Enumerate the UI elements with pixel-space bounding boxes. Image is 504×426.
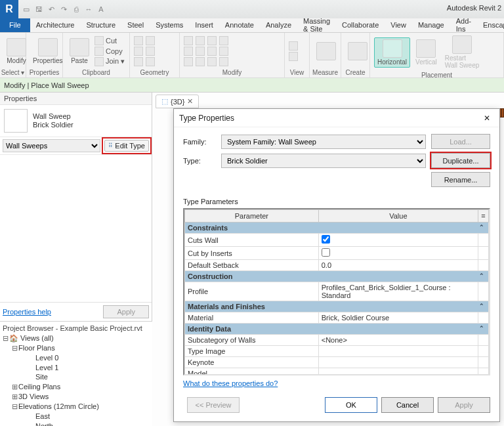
restart-wallsweep-button[interactable]: RestartWall Sweep <box>442 34 482 70</box>
modify-tool[interactable]: Modify <box>4 37 29 66</box>
tab-collaborate[interactable]: Collaborate <box>336 18 385 32</box>
family-select[interactable]: System Family: Wall Sweep <box>221 135 426 149</box>
qat-redo-icon[interactable]: ↷ <box>58 4 69 14</box>
tab-insert[interactable]: Insert <box>189 18 219 32</box>
qat-measure-icon[interactable]: ↔ <box>83 4 94 14</box>
preview-button[interactable]: << Preview <box>187 397 240 413</box>
mod-1[interactable] <box>184 36 193 45</box>
mod-7[interactable] <box>207 36 217 45</box>
tree-ceiling[interactable]: ⊞Ceiling Plans <box>3 382 150 392</box>
load-button[interactable]: Load... <box>431 134 490 149</box>
tree-level0[interactable]: Level 0 <box>3 353 150 363</box>
qat-undo-icon[interactable]: ↶ <box>46 4 56 14</box>
tree-north[interactable]: North <box>3 421 150 426</box>
document-tab[interactable]: ⬚ {3D} ✕ <box>156 95 199 108</box>
join-button[interactable]: Join ▾ <box>94 57 125 66</box>
qat-save-icon[interactable]: 🖫 <box>33 4 44 14</box>
section-constraints[interactable]: Constraints⌃ <box>185 223 489 234</box>
type-select[interactable]: Brick Soldier <box>221 154 426 168</box>
tab-structure[interactable]: Structure <box>80 18 121 32</box>
view-2[interactable] <box>289 52 298 61</box>
val-model[interactable] <box>318 368 478 376</box>
copy-button[interactable]: Copy <box>94 47 125 56</box>
tree-level1[interactable]: Level 1 <box>3 363 150 373</box>
vertical-button[interactable]: Vertical <box>413 38 440 67</box>
properties-help-link[interactable]: Properties help <box>3 308 51 316</box>
mod-10[interactable] <box>219 36 228 45</box>
tab-addins[interactable]: Add-Ins <box>450 18 477 32</box>
edit-type-button[interactable]: Edit Type <box>104 140 149 152</box>
tab-view[interactable]: View <box>385 18 412 32</box>
rename-button[interactable]: Rename... <box>431 172 490 187</box>
paste-button[interactable]: Paste <box>67 37 92 66</box>
cut-button[interactable]: Cut <box>94 36 125 45</box>
qat-text-icon[interactable]: A <box>96 4 106 14</box>
properties-help-link2[interactable]: What do these properties do? <box>183 379 278 387</box>
mod-2[interactable] <box>184 47 193 56</box>
mod-8[interactable] <box>207 47 217 56</box>
tree-east[interactable]: East <box>3 412 150 421</box>
geom-2[interactable] <box>134 47 143 56</box>
type-name: Wall Sweep <box>33 112 74 121</box>
qat-open-icon[interactable]: ▭ <box>21 4 32 14</box>
tree-floorplans[interactable]: ⊟Floor Plans <box>3 343 150 353</box>
tree-root[interactable]: ⊟🏠 Views (all) <box>3 333 150 343</box>
type-label: Type: <box>183 157 216 165</box>
val-cuts-wall[interactable] <box>318 234 478 247</box>
create-button[interactable] <box>345 41 370 62</box>
cut-inserts-checkbox[interactable] <box>322 248 330 257</box>
tab-analyze[interactable]: Analyze <box>260 18 297 32</box>
tree-3d[interactable]: ⊞3D Views <box>3 392 150 402</box>
section-construction[interactable]: Construction⌃ <box>185 271 489 282</box>
close-icon[interactable]: ✕ <box>187 97 193 106</box>
tab-enscape[interactable]: Enscape™ <box>477 18 504 32</box>
mod-12[interactable] <box>219 57 228 66</box>
row-keynote: Keynote <box>185 357 319 368</box>
geom-4[interactable] <box>146 36 155 45</box>
cancel-button[interactable]: Cancel <box>381 397 434 413</box>
val-setback[interactable]: 0.0 <box>318 260 478 271</box>
tree-site[interactable]: Site <box>3 372 150 382</box>
val-material[interactable]: Brick, Soldier Course <box>318 312 478 324</box>
tab-massing[interactable]: Massing & Site <box>297 18 336 32</box>
geom-3[interactable] <box>134 57 143 66</box>
col-eq: = <box>478 210 489 223</box>
mod-4[interactable] <box>196 36 205 45</box>
duplicate-button[interactable]: Duplicate... <box>431 153 490 168</box>
val-cut-inserts[interactable] <box>318 247 478 260</box>
ok-button[interactable]: OK <box>325 397 377 413</box>
mod-6[interactable] <box>196 57 205 66</box>
properties-apply-button[interactable]: Apply <box>103 305 149 318</box>
geom-5[interactable] <box>146 47 155 56</box>
val-subcat[interactable]: <None> <box>318 335 478 346</box>
file-tab[interactable]: File <box>0 18 30 32</box>
category-select[interactable]: Wall Sweeps <box>3 139 100 152</box>
measure-button[interactable] <box>314 41 339 62</box>
tab-systems[interactable]: Systems <box>150 18 189 32</box>
tab-manage[interactable]: Manage <box>412 18 450 32</box>
dialog-close-button[interactable]: ✕ <box>480 112 494 124</box>
qat-print-icon[interactable]: ⎙ <box>71 4 81 14</box>
mod-3[interactable] <box>184 57 193 66</box>
parameter-grid[interactable]: Parameter Value = Constraints⌃ Cuts Wall… <box>183 208 490 375</box>
mod-9[interactable] <box>207 57 217 66</box>
mod-11[interactable] <box>219 47 228 56</box>
type-selector[interactable]: Wall Sweep Brick Soldier <box>0 105 152 137</box>
tree-elev[interactable]: ⊟Elevations (12mm Circle) <box>3 402 150 412</box>
properties-button[interactable]: Properties <box>30 37 66 66</box>
geom-1[interactable] <box>134 36 143 45</box>
tab-annotate[interactable]: Annotate <box>219 18 260 32</box>
dialog-apply-button[interactable]: Apply <box>438 397 490 413</box>
mod-5[interactable] <box>196 47 205 56</box>
cuts-wall-checkbox[interactable] <box>322 235 330 244</box>
section-identity[interactable]: Identity Data⌃ <box>185 324 489 335</box>
val-keynote[interactable] <box>318 357 478 368</box>
section-materials[interactable]: Materials and Finishes⌃ <box>185 301 489 312</box>
tab-steel[interactable]: Steel <box>121 18 150 32</box>
view-1[interactable] <box>289 41 298 51</box>
horizontal-button[interactable]: Horizontal <box>374 37 410 68</box>
val-type-image[interactable] <box>318 346 478 357</box>
geom-6[interactable] <box>146 57 155 66</box>
val-profile[interactable]: Profiles_Cant_Brick_Soldier_1_Course : S… <box>318 282 478 301</box>
tab-architecture[interactable]: Architecture <box>30 18 81 32</box>
